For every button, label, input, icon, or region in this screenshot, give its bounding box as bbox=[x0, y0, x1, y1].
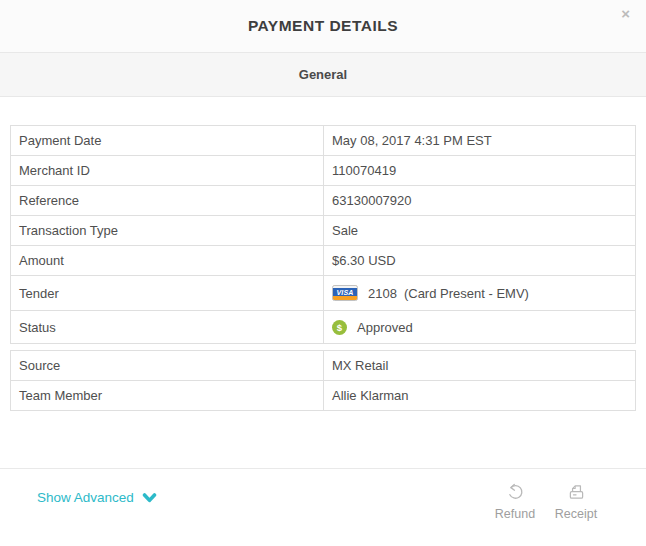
close-icon[interactable]: × bbox=[621, 5, 630, 23]
table-row: Transaction Type Sale bbox=[11, 216, 636, 246]
payment-details-modal: PAYMENT DETAILS × General Payment Date M… bbox=[0, 0, 646, 411]
payment-details-content: Payment Date May 08, 2017 4:31 PM EST Me… bbox=[10, 125, 636, 411]
row-value: Allie Klarman bbox=[324, 381, 636, 411]
table-row: Team Member Allie Klarman bbox=[11, 381, 636, 411]
table-row-tender: Tender VISA 2108 (Card Present - EMV) bbox=[11, 276, 636, 311]
payment-source-table: Source MX Retail Team Member Allie Klarm… bbox=[10, 350, 636, 411]
footer-actions: Refund Receipt bbox=[479, 482, 601, 521]
modal-title: PAYMENT DETAILS bbox=[248, 17, 398, 35]
tab-general-label: General bbox=[299, 67, 347, 82]
row-label: Tender bbox=[11, 276, 324, 311]
row-label: Reference bbox=[11, 186, 324, 216]
row-value: May 08, 2017 4:31 PM EST bbox=[324, 126, 636, 156]
table-row: Payment Date May 08, 2017 4:31 PM EST bbox=[11, 126, 636, 156]
row-label: Merchant ID bbox=[11, 156, 324, 186]
row-value: $ Approved bbox=[324, 311, 636, 344]
row-value: $6.30 USD bbox=[324, 246, 636, 276]
row-label: Status bbox=[11, 311, 324, 344]
refund-label: Refund bbox=[495, 507, 535, 521]
row-label: Payment Date bbox=[11, 126, 324, 156]
card-last-four: 2108 bbox=[368, 286, 397, 301]
row-value: 110070419 bbox=[324, 156, 636, 186]
row-label: Source bbox=[11, 351, 324, 381]
chevron-down-icon bbox=[142, 492, 157, 504]
table-row: Source MX Retail bbox=[11, 351, 636, 381]
row-label: Transaction Type bbox=[11, 216, 324, 246]
payment-details-table: Payment Date May 08, 2017 4:31 PM EST Me… bbox=[10, 125, 636, 344]
modal-footer: Show Advanced Refund bbox=[0, 468, 646, 546]
receipt-printer-icon bbox=[566, 482, 587, 503]
table-row: Reference 63130007920 bbox=[11, 186, 636, 216]
visa-card-icon: VISA bbox=[332, 285, 358, 301]
status-badge: Approved bbox=[357, 320, 413, 335]
table-row: Amount $6.30 USD bbox=[11, 246, 636, 276]
row-value: VISA 2108 (Card Present - EMV) bbox=[324, 276, 636, 311]
receipt-button[interactable]: Receipt bbox=[551, 482, 601, 521]
visa-card-brand-text: VISA bbox=[336, 289, 353, 296]
tab-general[interactable]: General bbox=[0, 52, 646, 97]
refund-button[interactable]: Refund bbox=[490, 482, 540, 521]
modal-header: PAYMENT DETAILS × bbox=[0, 0, 646, 52]
show-advanced-link[interactable]: Show Advanced bbox=[37, 490, 157, 505]
show-advanced-label: Show Advanced bbox=[37, 490, 134, 505]
table-row: Merchant ID 110070419 bbox=[11, 156, 636, 186]
row-value: 63130007920 bbox=[324, 186, 636, 216]
row-value: MX Retail bbox=[324, 351, 636, 381]
receipt-label: Receipt bbox=[555, 507, 597, 521]
table-row-status: Status $ Approved bbox=[11, 311, 636, 344]
dollar-glyph: $ bbox=[337, 322, 342, 333]
row-label: Amount bbox=[11, 246, 324, 276]
row-label: Team Member bbox=[11, 381, 324, 411]
undo-arrow-icon bbox=[505, 482, 526, 503]
card-entry-detail: (Card Present - EMV) bbox=[404, 286, 529, 301]
row-value: Sale bbox=[324, 216, 636, 246]
approved-dollar-icon: $ bbox=[332, 320, 347, 335]
